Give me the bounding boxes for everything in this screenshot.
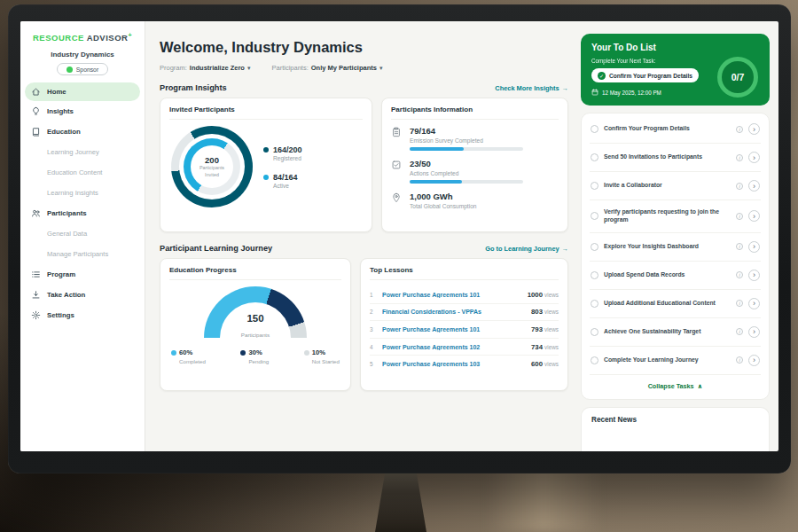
task-checkbox[interactable]: [591, 153, 598, 161]
info-value: 1,000 GWh: [410, 192, 477, 201]
chevron-right-icon[interactable]: ›: [748, 180, 760, 192]
education-progress-card: Education Progress 150 Participants 60% …: [160, 258, 351, 391]
participants-filter[interactable]: Participants: Only My Participants ▾: [271, 64, 382, 72]
todo-progress-value: 0/7: [732, 72, 745, 82]
legend-value: 30%: [248, 348, 262, 356]
sidebar-item-home[interactable]: Home: [25, 82, 140, 101]
chevron-right-icon[interactable]: ›: [748, 123, 760, 135]
chevron-right-icon[interactable]: ›: [748, 210, 760, 222]
task-row-explore-insights[interactable]: Explore Your Insights Dashboard i ›: [590, 233, 761, 262]
task-checkbox[interactable]: [591, 125, 598, 133]
legend-dot-pending: [240, 350, 246, 356]
task-row-upload-educational-content[interactable]: Upload Additional Educational Content i …: [590, 290, 761, 318]
legend-dot-active: [263, 175, 269, 180]
chevron-right-icon[interactable]: ›: [748, 298, 760, 309]
task-row-send-invitations[interactable]: Send 50 Invitations to Participants i ›: [590, 144, 761, 172]
program-filter[interactable]: Program: Industrialize Zero ▾: [160, 64, 250, 72]
sidebar-nav: Home Insights Education Learning Journey…: [20, 82, 145, 325]
todo-summary-card: Your To Do List Complete Your Next Task:…: [581, 34, 770, 106]
sidebar-item-take-action[interactable]: Take Action: [20, 285, 145, 305]
sidebar-item-learning-insights[interactable]: Learning Insights: [20, 183, 145, 203]
task-checkbox[interactable]: [591, 243, 598, 251]
info-icon[interactable]: i: [736, 126, 743, 133]
lesson-link[interactable]: Power Purchase Agreements 103: [382, 361, 526, 367]
lightbulb-icon: [31, 106, 41, 116]
task-checkbox[interactable]: [591, 271, 598, 279]
legend-value: 84/164: [273, 173, 298, 182]
chevron-right-icon[interactable]: ›: [748, 355, 760, 366]
chevron-right-icon[interactable]: ›: [748, 152, 760, 163]
sidebar-item-insights[interactable]: Insights: [20, 101, 145, 121]
sidebar-item-program[interactable]: Program: [20, 264, 145, 285]
info-icon[interactable]: i: [736, 243, 743, 250]
go-to-learning-journey-link[interactable]: Go to Learning Journey →: [485, 245, 568, 253]
sidebar-item-settings[interactable]: Settings: [20, 305, 145, 325]
lesson-link[interactable]: Power Purchase Agreements 102: [382, 344, 526, 350]
task-row-complete-learning-journey[interactable]: Complete Your Learning Journey i ›: [590, 347, 761, 375]
lesson-link[interactable]: Power Purchase Agreements 101: [382, 292, 522, 298]
lesson-row: 1 Power Purchase Agreements 101 1000view…: [370, 286, 559, 304]
chevron-right-icon[interactable]: ›: [748, 270, 760, 281]
collapse-tasks-button[interactable]: Collapse Tasks ∧: [590, 375, 761, 397]
legend-label: Completed: [179, 358, 206, 364]
sidebar-item-learning-journey[interactable]: Learning Journey: [20, 142, 145, 162]
task-row-invite-collaborator[interactable]: Invite a Collaborator i ›: [590, 172, 761, 200]
lesson-rank: 5: [370, 361, 377, 367]
actions-progress-bar: [410, 180, 523, 184]
sidebar-item-label: Education: [47, 128, 81, 136]
task-checkbox[interactable]: [591, 328, 598, 336]
task-label: Explore Your Insights Dashboard: [604, 243, 731, 251]
sidebar-item-general-data[interactable]: General Data: [20, 223, 145, 244]
task-row-confirm-program[interactable]: Confirm Your Program Details i ›: [590, 115, 761, 144]
brand-secondary: ADVISOR: [87, 33, 129, 43]
task-list-card: Confirm Your Program Details i › Send 50…: [581, 113, 770, 400]
task-label: Verify participants requesting to join t…: [604, 208, 731, 224]
sponsor-icon: [66, 66, 73, 73]
lesson-link[interactable]: Power Purchase Agreements 101: [382, 326, 526, 332]
invited-participants-donut-chart: 200 Participants Invited: [171, 126, 253, 207]
info-icon[interactable]: i: [736, 356, 743, 364]
info-icon[interactable]: i: [736, 271, 743, 278]
info-icon[interactable]: i: [736, 154, 743, 161]
location-pin-icon: [391, 192, 403, 209]
sidebar-item-education[interactable]: Education: [20, 121, 145, 142]
dashboard-screen: RESOURCE ADVISOR+ Industry Dynamics Spon…: [20, 21, 778, 451]
right-panel: Your To Do List Complete Your Next Task:…: [577, 21, 778, 451]
check-more-insights-link[interactable]: Check More Insights →: [495, 84, 568, 92]
task-checkbox[interactable]: [591, 182, 598, 190]
task-row-verify-participants[interactable]: Verify participants requesting to join t…: [590, 200, 761, 233]
people-icon: [31, 208, 41, 218]
info-icon[interactable]: i: [736, 213, 743, 220]
info-row-consumption: 1,000 GWh Total Global Consumption: [391, 192, 559, 209]
task-checkbox[interactable]: [591, 356, 598, 364]
task-row-achieve-target[interactable]: Achieve One Sustainability Target i ›: [590, 318, 761, 347]
task-row-upload-spend-data[interactable]: Upload Spend Data Records i ›: [590, 262, 761, 290]
check-icon: ✓: [598, 72, 606, 80]
legend-dot-registered: [263, 147, 269, 153]
donut-center-label: Participants Invited: [193, 165, 231, 177]
chevron-right-icon[interactable]: ›: [748, 241, 760, 253]
legend-label: Registered: [273, 155, 302, 161]
invited-participants-card: Invited Participants 200 Participants In…: [160, 98, 372, 232]
org-name: Industry Dynamics: [20, 51, 145, 59]
sidebar-item-participants[interactable]: Participants: [20, 203, 145, 223]
task-checkbox[interactable]: [591, 300, 598, 308]
chevron-right-icon[interactable]: ›: [748, 326, 760, 338]
sidebar-item-education-content[interactable]: Education Content: [20, 162, 145, 183]
info-icon[interactable]: i: [736, 183, 743, 190]
sidebar-item-manage-participants[interactable]: Manage Participants: [20, 244, 145, 264]
legend-item-active: 84/164 Active: [263, 173, 302, 189]
task-checkbox[interactable]: [591, 212, 598, 220]
lesson-views-suffix: views: [544, 344, 559, 350]
info-icon[interactable]: i: [736, 300, 743, 307]
next-task-pill[interactable]: ✓ Confirm Your Program Details: [591, 68, 699, 82]
info-icon[interactable]: i: [736, 328, 743, 335]
sponsor-badge[interactable]: Sponsor: [57, 63, 108, 75]
lesson-link[interactable]: Financial Considerations - VPPAs: [382, 309, 526, 315]
legend-item-pending: 30% Pending: [240, 348, 269, 364]
legend-value: 10%: [312, 348, 325, 356]
section-title-program-insights: Program Insights: [160, 83, 227, 92]
lesson-row: 3 Power Purchase Agreements 101 793views: [370, 321, 559, 339]
sidebar-item-label: Learning Insights: [47, 189, 98, 197]
chevron-down-icon: ▾: [379, 65, 383, 72]
